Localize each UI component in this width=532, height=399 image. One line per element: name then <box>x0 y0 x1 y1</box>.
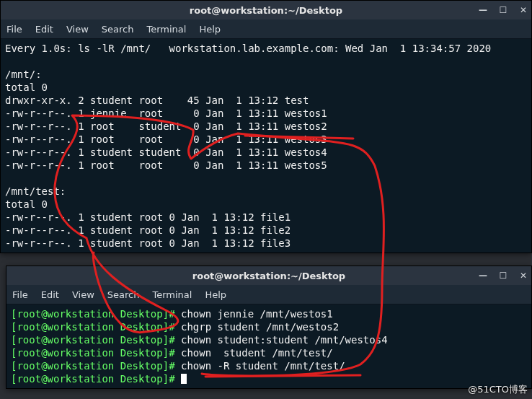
shell-command: chown -R student /mnt/test/ <box>175 360 345 372</box>
terminal-window-1: root@workstation:~/Desktop — ☐ ✕ File Ed… <box>0 0 532 253</box>
shell-prompt: [root@workstation Desktop]# <box>11 321 175 333</box>
minimize-icon[interactable]: — <box>478 5 488 15</box>
watermark: @51CTO博客 <box>468 383 528 396</box>
shell-command: chown student /mnt/test/ <box>175 347 333 359</box>
window-controls: — ☐ ✕ <box>478 1 528 19</box>
menu-edit[interactable]: Edit <box>35 24 53 35</box>
terminal-window-2: root@workstation:~/Desktop — ☐ ✕ File Ed… <box>6 266 532 389</box>
shell-prompt: [root@workstation Desktop]# <box>11 334 175 346</box>
titlebar[interactable]: root@workstation:~/Desktop — ☐ ✕ <box>1 1 531 19</box>
maximize-icon[interactable]: ☐ <box>498 5 508 15</box>
menu-help[interactable]: Help <box>199 24 221 35</box>
menu-terminal[interactable]: Terminal <box>146 24 186 35</box>
menu-help[interactable]: Help <box>205 289 226 300</box>
menu-search[interactable]: Search <box>102 24 134 35</box>
titlebar[interactable]: root@workstation:~/Desktop — ☐ ✕ <box>6 266 531 285</box>
close-icon[interactable]: ✕ <box>518 271 528 281</box>
shell-prompt: [root@workstation Desktop]# <box>11 308 175 320</box>
menubar: File Edit View Search Terminal Help <box>6 285 531 304</box>
shell-command: chown jennie /mnt/westos1 <box>175 308 333 320</box>
cursor <box>181 374 187 384</box>
shell-prompt: [root@workstation Desktop]# <box>11 360 175 372</box>
terminal-output[interactable]: [root@workstation Desktop]# chown jennie… <box>6 304 531 388</box>
terminal-output[interactable]: Every 1.0s: ls -lR /mnt/ workstation.lab… <box>1 39 531 253</box>
menu-view[interactable]: View <box>66 24 89 35</box>
menu-terminal[interactable]: Terminal <box>152 289 192 300</box>
window-title: root@workstation:~/Desktop <box>192 271 345 281</box>
shell-prompt: [root@workstation Desktop]# <box>11 347 175 359</box>
menubar: File Edit View Search Terminal Help <box>1 19 531 39</box>
shell-command: chgrp student /mnt/westos2 <box>175 321 340 333</box>
menu-search[interactable]: Search <box>107 289 140 300</box>
menu-file[interactable]: File <box>6 24 22 35</box>
menu-file[interactable]: File <box>12 289 28 300</box>
window-controls: — ☐ ✕ <box>478 266 528 285</box>
shell-command <box>175 373 181 385</box>
shell-command: chown student:student /mnt/westos4 <box>175 334 388 346</box>
menu-edit[interactable]: Edit <box>41 289 59 300</box>
shell-prompt: [root@workstation Desktop]# <box>11 373 175 385</box>
window-title: root@workstation:~/Desktop <box>190 5 342 16</box>
maximize-icon[interactable]: ☐ <box>498 271 508 281</box>
close-icon[interactable]: ✕ <box>518 5 528 15</box>
menu-view[interactable]: View <box>72 289 94 300</box>
minimize-icon[interactable]: — <box>478 271 488 281</box>
